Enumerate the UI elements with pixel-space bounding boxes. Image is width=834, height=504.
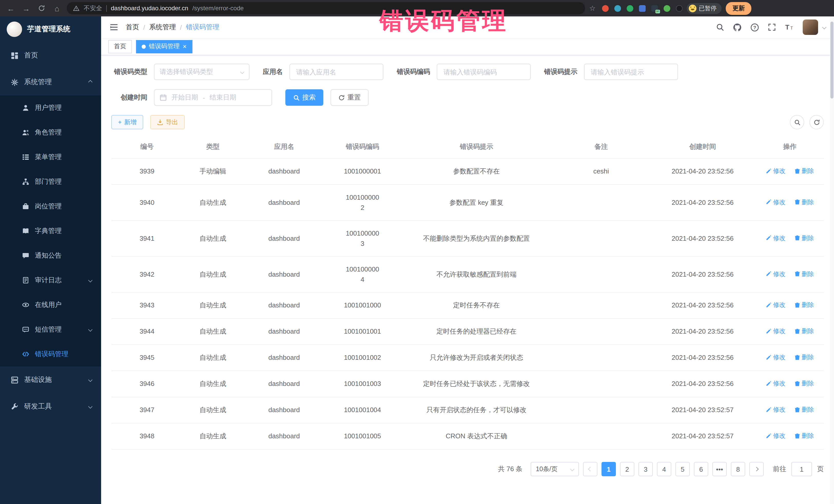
cell-code: 100100000 4 [325,256,400,292]
chevron-down-icon[interactable] [822,25,827,29]
sidebar-item-menu-management[interactable]: 菜单管理 [0,145,101,169]
help-icon[interactable]: ? [750,23,759,31]
edit-link[interactable]: 修改 [766,405,785,414]
extension-icon[interactable] [639,5,645,12]
bookmark-star-icon[interactable]: ☆ [589,4,596,12]
close-icon[interactable]: × [183,43,186,50]
refresh-button[interactable] [809,115,824,129]
edit-link[interactable]: 修改 [766,233,785,242]
delete-link[interactable]: 删除 [794,197,814,206]
page-button-8[interactable]: 8 [731,462,745,476]
app-logo[interactable]: 芋道管理系统 [0,17,101,42]
sidebar: 芋道管理系统 首页 系统管理 [0,17,101,504]
app-name-input[interactable] [289,64,383,80]
extension-icon[interactable] [614,5,621,12]
reset-button[interactable]: 重置 [331,89,369,106]
sidebar-item-role-management[interactable]: 角色管理 [0,120,101,145]
sidebar-item-dict-management[interactable]: 字典管理 [0,219,101,243]
delete-link[interactable]: 删除 [794,269,814,279]
delete-link[interactable]: 删除 [794,353,814,362]
sidebar-item-post-management[interactable]: 岗位管理 [0,194,101,219]
delete-link[interactable]: 删除 [794,379,814,388]
page-button-6[interactable]: 6 [694,462,708,476]
sidebar-item-dev-tools[interactable]: 研发工具 [0,393,101,420]
cell-remark [553,319,649,345]
page-button-2[interactable]: 2 [620,462,634,476]
sidebar-item-home[interactable]: 首页 [0,42,101,69]
chevron-down-icon [88,278,93,283]
browser-update-button[interactable]: 更新 [726,2,751,15]
edit-link[interactable]: 修改 [766,300,785,309]
sidebar-item-sms-management[interactable]: 短信管理 [0,317,101,342]
window-scrollbar[interactable] [830,17,834,504]
extension-icon[interactable] [627,5,633,12]
delete-link[interactable]: 删除 [794,405,814,414]
sidebar-item-system-management[interactable]: 系统管理 [0,69,101,95]
sidebar-item-notice[interactable]: 通知公告 [0,243,101,268]
page-button-4[interactable]: 4 [657,462,671,476]
delete-link[interactable]: 删除 [794,300,814,309]
edit-link[interactable]: 修改 [766,269,785,279]
delete-link[interactable]: 删除 [794,166,814,176]
toggle-search-button[interactable] [790,115,804,129]
font-size-icon[interactable]: TT [785,23,794,31]
home-icon[interactable]: ⌂ [51,3,63,14]
breadcrumb-system[interactable]: 系统管理 [149,23,176,32]
column-header-actions: 操作 [756,135,824,158]
cell-remark [553,256,649,292]
tag-error-code-management[interactable]: 错误码管理 × [136,40,192,53]
reload-icon[interactable] [36,3,47,14]
extension-icon[interactable]: on [651,5,658,12]
online-icon [22,301,29,309]
extension-icon[interactable] [602,5,609,12]
error-hint-input[interactable] [584,64,678,80]
sidebar-item-audit-log[interactable]: 审计日志 [0,268,101,292]
divider [106,5,107,12]
tag-home[interactable]: 首页 [108,40,132,53]
delete-link[interactable]: 删除 [794,233,814,242]
extension-icon[interactable] [676,5,682,12]
sidebar-item-infrastructure[interactable]: 基础设施 [0,367,101,393]
cell-app: dashboard [243,345,325,371]
cell-remark [553,423,649,450]
page-size-select[interactable]: 10条/页 [531,462,579,476]
forward-icon[interactable]: → [21,3,32,14]
sidebar-item-online-users[interactable]: 在线用户 [0,292,101,317]
edit-link[interactable]: 修改 [766,379,785,388]
user-avatar[interactable] [803,20,818,35]
add-button[interactable]: + 新增 [111,115,143,129]
hamburger-icon[interactable] [109,23,118,32]
back-icon[interactable]: ← [5,3,17,14]
scrollbar-thumb[interactable] [830,22,833,98]
goto-page-input[interactable] [791,462,812,476]
error-code-input[interactable] [437,64,531,80]
fullscreen-icon[interactable] [768,23,776,31]
delete-link[interactable]: 删除 [794,326,814,336]
search-button[interactable]: 搜索 [285,89,323,106]
cell-actions: 修改 删除 [756,158,824,184]
edit-link[interactable]: 修改 [766,197,785,206]
edit-link[interactable]: 修改 [766,326,785,336]
more-pages-button[interactable]: ••• [712,462,727,476]
prev-page-button[interactable] [583,462,597,476]
sidebar-item-error-code-management[interactable]: 错误码管理 [0,342,101,367]
next-page-button[interactable] [749,462,764,476]
page-button-5[interactable]: 5 [675,462,690,476]
delete-link[interactable]: 删除 [794,431,814,440]
edit-link[interactable]: 修改 [766,353,785,362]
search-icon[interactable] [716,23,724,31]
error-code-type-select[interactable]: 请选择错误码类型 [154,64,249,80]
sidebar-item-user-management[interactable]: 用户管理 [0,95,101,120]
edit-link[interactable]: 修改 [766,166,785,176]
export-button[interactable]: 导出 [150,115,185,129]
extension-icon[interactable] [663,5,670,12]
paused-badge[interactable]: 已暂停 [686,3,722,14]
github-icon[interactable] [733,23,742,31]
date-range-picker[interactable]: 开始日期 - 结束日期 [154,89,272,106]
page-button-3[interactable]: 3 [638,462,653,476]
edit-link[interactable]: 修改 [766,431,785,440]
cell-remark [553,371,649,397]
sidebar-item-dept-management[interactable]: 部门管理 [0,169,101,194]
page-button-1[interactable]: 1 [601,462,616,476]
breadcrumb-home[interactable]: 首页 [126,23,139,32]
